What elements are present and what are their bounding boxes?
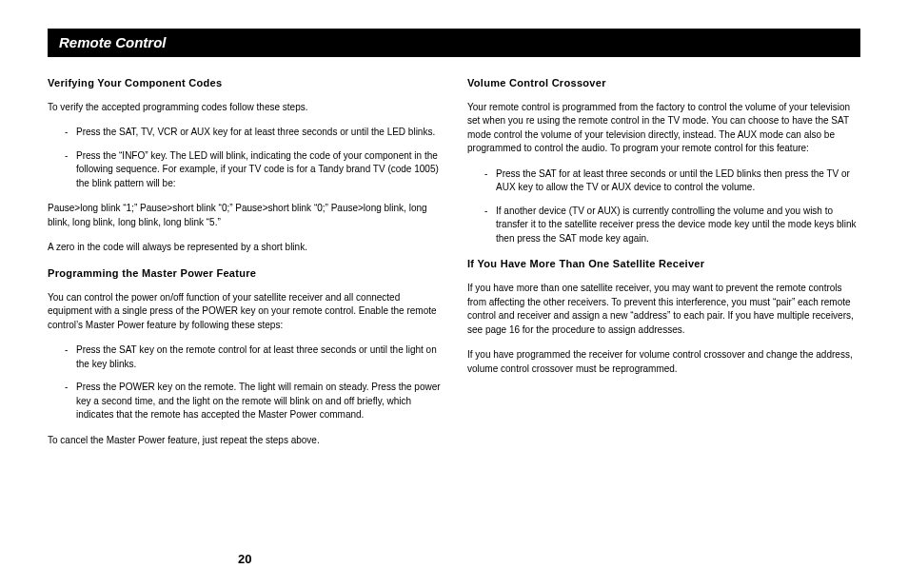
list-item: - Press the SAT key on the remote contro… — [48, 343, 441, 371]
heading-master-power: Programming the Master Power Feature — [48, 266, 441, 282]
page-title-bar: Remote Control — [48, 29, 860, 57]
list-text: Press the SAT, TV, VCR or AUX key for at… — [76, 126, 441, 140]
para-volume-intro: Your remote control is programmed from t… — [467, 101, 860, 156]
para-zero-note: A zero in the code will always be repres… — [48, 241, 441, 255]
list-item: - Press the SAT, TV, VCR or AUX key for … — [48, 126, 441, 140]
list-item: - If another device (TV or AUX) is curre… — [467, 205, 860, 246]
heading-volume-crossover: Volume Control Crossover — [467, 76, 860, 91]
page-number: 20 — [238, 551, 251, 569]
dash-icon: - — [65, 381, 76, 422]
page-title: Remote Control — [59, 34, 167, 50]
list-volume: - Press the SAT for at least three secon… — [467, 167, 860, 246]
para-multi-p2: If you have programmed the receiver for … — [467, 348, 860, 376]
list-text: Press the POWER key on the remote. The l… — [76, 381, 441, 422]
content-columns: Verifying Your Component Codes To verify… — [48, 76, 860, 459]
list-text: Press the SAT key on the remote control … — [76, 343, 441, 371]
dash-icon: - — [484, 167, 496, 195]
list-item: - Press the SAT for at least three secon… — [467, 167, 860, 195]
right-column: Volume Control Crossover Your remote con… — [467, 76, 860, 459]
heading-multiple-receivers: If You Have More Than One Satellite Rece… — [467, 257, 860, 272]
left-column: Verifying Your Component Codes To verify… — [48, 76, 441, 459]
para-verify-intro: To verify the accepted programming codes… — [48, 101, 441, 115]
list-text: If another device (TV or AUX) is current… — [496, 205, 860, 246]
dash-icon: - — [65, 149, 76, 191]
dash-icon: - — [65, 126, 76, 140]
heading-verifying-codes: Verifying Your Component Codes — [48, 76, 441, 91]
list-text: Press the “INFO” key. The LED will blink… — [76, 149, 441, 191]
list-item: - Press the POWER key on the remote. The… — [48, 381, 441, 422]
list-text: Press the SAT for at least three seconds… — [496, 167, 860, 195]
list-master: - Press the SAT key on the remote contro… — [48, 343, 441, 422]
para-multi-p1: If you have more than one satellite rece… — [467, 282, 860, 337]
list-item: - Press the “INFO” key. The LED will bli… — [48, 149, 441, 191]
dash-icon: - — [484, 205, 496, 246]
dash-icon: - — [65, 343, 76, 371]
para-cancel-note: To cancel the Master Power feature, just… — [48, 434, 441, 448]
para-master-intro: You can control the power on/off functio… — [48, 291, 441, 333]
para-blink-pattern: Pause>long blink “1;” Pause>short blink … — [48, 202, 441, 229]
list-verify: - Press the SAT, TV, VCR or AUX key for … — [48, 126, 441, 190]
